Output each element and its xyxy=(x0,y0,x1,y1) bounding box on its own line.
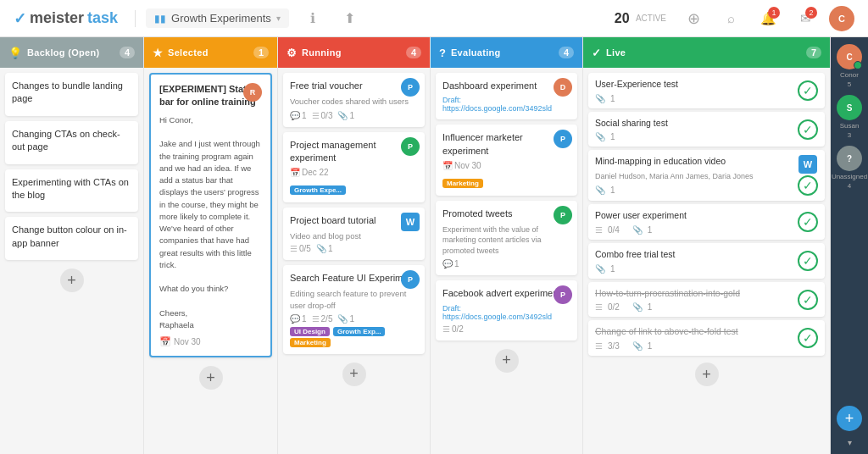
card-avatar: P xyxy=(554,206,572,224)
card-live-0[interactable]: User-Experience test 📎1 ✓ xyxy=(588,73,825,108)
project-name: Growth Experiments xyxy=(171,12,271,25)
card-live-4[interactable]: Combo free trial test 📎1 ✓ xyxy=(588,243,825,279)
notification-icon[interactable]: 🔔1 xyxy=(754,5,782,32)
card-title: Changes to bundle landing page xyxy=(12,80,131,106)
done-check: ✓ xyxy=(798,80,818,101)
card-meta: 📎1 xyxy=(595,94,678,103)
card-subtitle: Experiment with the value of marketing c… xyxy=(442,224,570,257)
done-check: ✓ xyxy=(798,119,818,140)
card-backlog-3[interactable]: Change button colour on in-app banner xyxy=(5,217,138,260)
card-live-6[interactable]: Change of link to above-the-fold test ☰3… xyxy=(588,320,825,356)
card-running-2[interactable]: Project board tutorial Video and blog po… xyxy=(283,208,425,259)
live-body: User-Experience test 📎1 ✓ Social sharing… xyxy=(583,68,830,454)
card-meta: ☰0/2 📎1 xyxy=(595,302,740,312)
card-meta: 📎1 xyxy=(595,264,676,274)
sidebar-user-conor[interactable]: C Conor 5 xyxy=(837,44,862,88)
done-check: ✓ xyxy=(798,251,818,271)
card-title: Power user experiment xyxy=(595,209,687,222)
card-evaluating-1[interactable]: Influencer marketer experiment P 📅 Nov 3… xyxy=(436,125,577,196)
card-title: Change of link to above-the-fold test xyxy=(595,325,738,338)
sidebar-user-susan[interactable]: S Susan 3 xyxy=(837,95,862,139)
card-live-2[interactable]: Mind-mapping in education video Daniel H… xyxy=(588,150,825,201)
card-evaluating-2[interactable]: Promoted tweets Experiment with the valu… xyxy=(436,201,577,275)
card-subtitle: Video and blog post xyxy=(290,231,418,241)
backlog-icon: 💡 xyxy=(8,47,22,59)
running-body: Free trial voucher Voucher codes shared … xyxy=(278,68,430,454)
done-check: ✓ xyxy=(798,328,818,348)
card-subtitle: Daniel Hudson, Maria Ann James, Daria Jo… xyxy=(595,171,794,182)
selected-title: Selected xyxy=(168,47,248,58)
add-selected-button[interactable]: + xyxy=(199,366,223,390)
add-running-button[interactable]: + xyxy=(342,363,366,386)
info-icon[interactable]: ℹ xyxy=(299,5,326,32)
card-title: Combo free trial test xyxy=(595,248,676,261)
card-selected-0[interactable]: [EXPERIMENT] Status bar for online train… xyxy=(149,73,272,357)
card-meta: ☰ 0/5 📎 1 xyxy=(290,244,418,253)
unassigned-count: 4 xyxy=(848,182,851,190)
card-meta: ☰3/3 📎1 xyxy=(595,341,738,351)
conor-name: Conor xyxy=(840,71,859,79)
card-live-1[interactable]: Social sharing test 📎1 ✓ xyxy=(588,112,825,147)
column-live: ✓ Live 7 User-Experience test 📎1 ✓ Socia… xyxy=(583,37,831,454)
add-evaluating-button[interactable]: + xyxy=(495,349,519,373)
card-evaluating-3[interactable]: Facebook advert experiment P Draft: http… xyxy=(436,280,577,340)
card-avatar: P xyxy=(554,285,572,304)
card-title: Experimenting with CTAs on the blog xyxy=(12,176,131,202)
card-backlog-0[interactable]: Changes to bundle landing page xyxy=(5,73,138,116)
search-icon[interactable]: ⌕ xyxy=(717,5,744,32)
susan-name: Susan xyxy=(840,122,860,130)
add-backlog-button[interactable]: + xyxy=(60,269,84,292)
backlog-body: Changes to bundle landing page Changing … xyxy=(0,68,143,454)
card-meta: 📅 Nov 30 xyxy=(442,161,570,170)
running-count: 4 xyxy=(406,47,421,58)
card-title: Social sharing test xyxy=(595,117,668,130)
card-live-3[interactable]: Power user experiment ☰0/4 📎1 ✓ xyxy=(588,204,825,240)
live-icon: ✓ xyxy=(592,47,601,59)
column-header-backlog: 💡 Backlog (Open) 4 xyxy=(0,37,143,68)
card-running-1[interactable]: Project management experiment P 📅 Dec 22… xyxy=(283,132,425,203)
susan-count: 3 xyxy=(848,131,851,139)
selected-count: 1 xyxy=(253,47,269,58)
sidebar-add-button[interactable]: + xyxy=(837,406,862,431)
evaluating-count: 4 xyxy=(559,47,574,58)
card-title: User-Experience test xyxy=(595,78,678,91)
conor-avatar[interactable]: C xyxy=(837,44,862,69)
card-avatar: P xyxy=(401,137,420,156)
evaluating-body: Dashboard experiment D Draft: https://do… xyxy=(431,68,582,454)
mail-icon[interactable]: ✉2 xyxy=(792,5,819,32)
card-live-5[interactable]: How-to-turn-procrastination-into-gold ☰0… xyxy=(588,282,825,318)
user-avatar[interactable]: C xyxy=(829,6,854,31)
card-title: How-to-turn-procrastination-into-gold xyxy=(595,287,740,300)
card-backlog-2[interactable]: Experimenting with CTAs on the blog xyxy=(5,169,138,213)
card-running-3[interactable]: Search Feature UI Experiment Editing sea… xyxy=(283,265,425,354)
susan-avatar[interactable]: S xyxy=(837,95,862,120)
done-check: ✓ xyxy=(798,290,818,310)
add-live-button[interactable]: + xyxy=(695,363,719,386)
card-meta: 📅 Dec 22 xyxy=(290,168,418,177)
column-running: ⚙ Running 4 Free trial voucher Voucher c… xyxy=(278,37,431,454)
upload-icon[interactable]: ⬆ xyxy=(337,5,364,32)
big-card-date: 📅 Nov 30 xyxy=(159,336,262,347)
card-meta: 📎1 xyxy=(595,132,668,141)
notification-badge: 1 xyxy=(768,7,780,19)
unassigned-avatar[interactable]: ? xyxy=(837,146,862,171)
card-subtitle: Editing search feature to prevent user d… xyxy=(290,288,418,311)
add-member-icon[interactable]: ⊕ xyxy=(680,5,707,32)
sidebar-chevron[interactable]: ▾ xyxy=(848,438,852,447)
project-selector[interactable]: ▮▮ Growth Experiments ▾ xyxy=(146,8,289,28)
card-avatar-w: W xyxy=(798,155,817,174)
column-header-evaluating: ? Evaluating 4 xyxy=(431,37,582,68)
column-header-live: ✓ Live 7 xyxy=(583,37,830,68)
card-evaluating-0[interactable]: Dashboard experiment D Draft: https://do… xyxy=(436,73,577,119)
unassigned-name: Unassigned xyxy=(832,173,867,180)
running-icon: ⚙ xyxy=(287,47,297,59)
card-running-0[interactable]: Free trial voucher Voucher codes shared … xyxy=(283,73,425,127)
sidebar-user-unassigned[interactable]: ? Unassigned 4 xyxy=(832,146,867,190)
running-title: Running xyxy=(302,47,401,58)
card-title: Influencer marketer experiment xyxy=(442,131,570,158)
card-backlog-1[interactable]: Changing CTAs on check-out page xyxy=(5,121,138,164)
board: 💡 Backlog (Open) 4 Changes to bundle lan… xyxy=(0,37,868,454)
card-meta: 💬 1 ☰ 0/3 📎 1 xyxy=(290,111,418,120)
card-link: Draft: https://docs.google.com/3492sld xyxy=(442,304,570,321)
logo: ✓ meistertask xyxy=(14,9,118,28)
